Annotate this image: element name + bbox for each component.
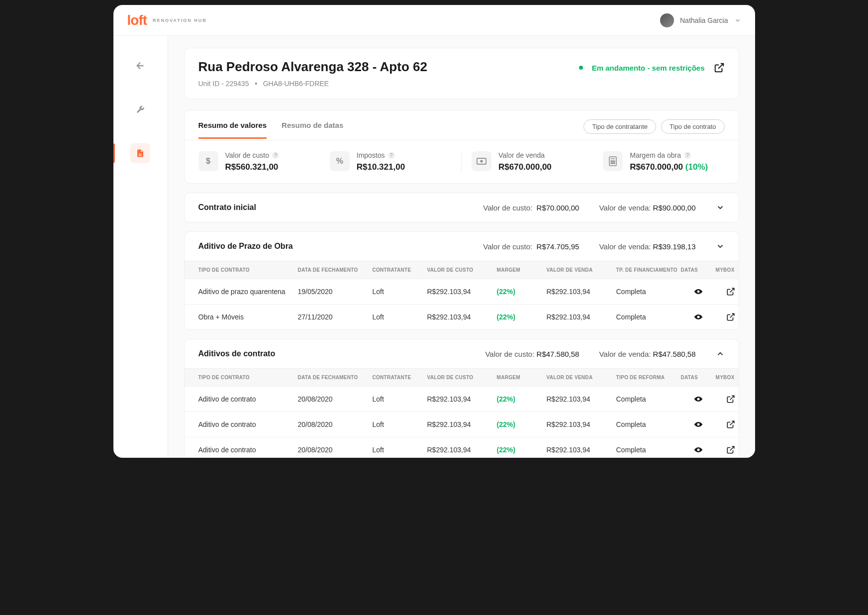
help-icon[interactable]: ? xyxy=(684,152,691,159)
share-button[interactable] xyxy=(714,62,725,73)
table-header: TIPO DE CONTRATO DATA DE FECHAMENTO CONT… xyxy=(185,368,739,386)
share-icon xyxy=(726,312,735,321)
cell-data: 20/08/2020 xyxy=(298,420,373,428)
mybox-button[interactable] xyxy=(716,395,739,404)
section-header[interactable]: Contrato inicial Valor de custo: R$70.00… xyxy=(185,193,739,222)
share-icon xyxy=(726,287,735,296)
section-contrato-inicial: Contrato inicial Valor de custo: R$70.00… xyxy=(184,193,739,222)
mybox-button[interactable] xyxy=(716,445,739,454)
section-aditivo-prazo: Aditivo de Prazo de Obra Valor de custo:… xyxy=(184,231,739,330)
dollar-icon: $ xyxy=(198,151,218,171)
filter-pills: Tipo de contratante Tipo de contrato xyxy=(583,119,724,140)
view-dates-button[interactable] xyxy=(681,421,716,428)
sidebar-item-documents[interactable] xyxy=(130,143,150,163)
cell-venda: R$292.103,94 xyxy=(547,313,616,321)
cell-contratante: Loft xyxy=(373,288,427,296)
pill-tipo-contrato[interactable]: Tipo de contrato xyxy=(661,119,724,134)
unit-code: GHA8-UHB6-FDREE xyxy=(263,80,329,88)
main-content: Rua Pedroso Alvarenga 328 - Apto 62 Unit… xyxy=(168,36,755,458)
percent-icon: % xyxy=(330,151,350,171)
cell-margem: (22%) xyxy=(497,395,547,403)
status-dot-icon xyxy=(579,66,583,70)
back-button[interactable] xyxy=(130,56,150,76)
mybox-button[interactable] xyxy=(716,312,739,321)
cell-fin: Completa xyxy=(616,446,681,454)
view-dates-button[interactable] xyxy=(681,396,716,403)
cell-venda: R$292.103,94 xyxy=(547,420,616,428)
table-row: Aditivo de contrato 20/08/2020 Loft R$29… xyxy=(185,411,739,437)
cell-tipo: Aditivo de contrato xyxy=(198,420,298,428)
user-name: Nathalia Garcia xyxy=(680,16,728,24)
wrench-icon xyxy=(136,105,145,114)
user-menu[interactable]: Nathalia Garcia xyxy=(660,13,741,27)
divider xyxy=(461,151,462,172)
svg-point-7 xyxy=(612,161,613,162)
logo-block: loft RENOVATION HUB xyxy=(127,12,207,28)
cell-margem: (22%) xyxy=(497,446,547,454)
svg-line-1 xyxy=(718,64,723,69)
svg-point-11 xyxy=(614,163,615,164)
header-left: Rua Pedroso Alvarenga 328 - Apto 62 Unit… xyxy=(198,59,427,88)
eye-icon xyxy=(693,313,703,320)
section-header[interactable]: Aditivo de Prazo de Obra Valor de custo:… xyxy=(185,232,739,261)
cell-data: 20/08/2020 xyxy=(298,446,373,454)
calculator-icon xyxy=(603,151,623,171)
section-header[interactable]: Aditivos de contrato Valor de custo: R$4… xyxy=(185,339,739,368)
cell-custo: R$292.103,94 xyxy=(427,446,497,454)
chevron-up-icon xyxy=(716,349,725,358)
summary-card: Resumo de valores Resumo de datas Tipo d… xyxy=(184,110,739,184)
eye-icon xyxy=(693,396,703,403)
view-dates-button[interactable] xyxy=(681,446,716,453)
table-row: Aditivo de prazo quarentena 19/05/2020 L… xyxy=(185,279,739,304)
cell-custo: R$292.103,94 xyxy=(427,288,497,296)
table-header: TIPO DE CONTRATO DATA DE FECHAMENTO CONT… xyxy=(185,261,739,279)
tabs-row: Resumo de valores Resumo de datas Tipo d… xyxy=(185,110,739,140)
svg-line-16 xyxy=(730,446,734,450)
app-frame: loft RENOVATION HUB Nathalia Garcia Rua xyxy=(113,5,755,458)
logo-subtitle: RENOVATION HUB xyxy=(153,18,207,23)
svg-line-15 xyxy=(730,421,734,425)
svg-point-6 xyxy=(611,161,612,162)
tab-datas[interactable]: Resumo de datas xyxy=(282,121,343,139)
svg-point-8 xyxy=(614,161,615,162)
cell-fin: Completa xyxy=(616,395,681,403)
tab-valores[interactable]: Resumo de valores xyxy=(198,121,267,139)
cell-tipo: Aditivo de contrato xyxy=(198,446,298,454)
page-subtitle: Unit ID - 229435 • GHA8-UHB6-FDREE xyxy=(198,80,427,88)
mybox-button[interactable] xyxy=(716,287,739,296)
share-icon xyxy=(714,62,725,73)
cell-margem: (22%) xyxy=(497,288,547,296)
eye-icon xyxy=(693,446,703,453)
share-icon xyxy=(726,445,735,454)
body: Rua Pedroso Alvarenga 328 - Apto 62 Unit… xyxy=(113,36,755,458)
chevron-down-icon xyxy=(716,203,725,212)
eye-icon xyxy=(693,288,703,295)
view-dates-button[interactable] xyxy=(681,313,716,320)
section-aditivos-contrato: Aditivos de contrato Valor de custo: R$4… xyxy=(184,339,739,458)
chevron-down-icon xyxy=(734,17,741,24)
metric-margem: Margem da obra? R$670.000,00 (10%) xyxy=(603,151,724,172)
svg-line-13 xyxy=(730,313,734,317)
cell-fin: Completa xyxy=(616,420,681,428)
metrics-row: $ Valor de custo? R$560.321,00 % Imposto… xyxy=(185,140,739,183)
sidebar-item-tools[interactable] xyxy=(130,100,150,119)
cell-contratante: Loft xyxy=(373,395,427,403)
page-title: Rua Pedroso Alvarenga 328 - Apto 62 xyxy=(198,59,427,75)
mybox-button[interactable] xyxy=(716,420,739,429)
sidebar xyxy=(113,36,168,458)
arrow-left-icon xyxy=(135,60,146,71)
cell-custo: R$292.103,94 xyxy=(427,313,497,321)
cell-custo: R$292.103,94 xyxy=(427,420,497,428)
svg-line-12 xyxy=(730,288,734,292)
help-icon[interactable]: ? xyxy=(272,152,279,159)
pill-tipo-contratante[interactable]: Tipo de contratante xyxy=(583,119,656,134)
cell-tipo: Aditivo de prazo quarentena xyxy=(198,288,298,296)
money-icon xyxy=(472,151,491,171)
view-dates-button[interactable] xyxy=(681,288,716,295)
cell-venda: R$292.103,94 xyxy=(547,288,616,296)
cell-contratante: Loft xyxy=(373,313,427,321)
help-icon[interactable]: ? xyxy=(388,152,395,159)
cell-tipo: Aditivo de contrato xyxy=(198,395,298,403)
table-row: Aditivo de contrato 20/08/2020 Loft R$29… xyxy=(185,437,739,458)
status-text: Em andamento - sem restrições xyxy=(592,64,705,72)
